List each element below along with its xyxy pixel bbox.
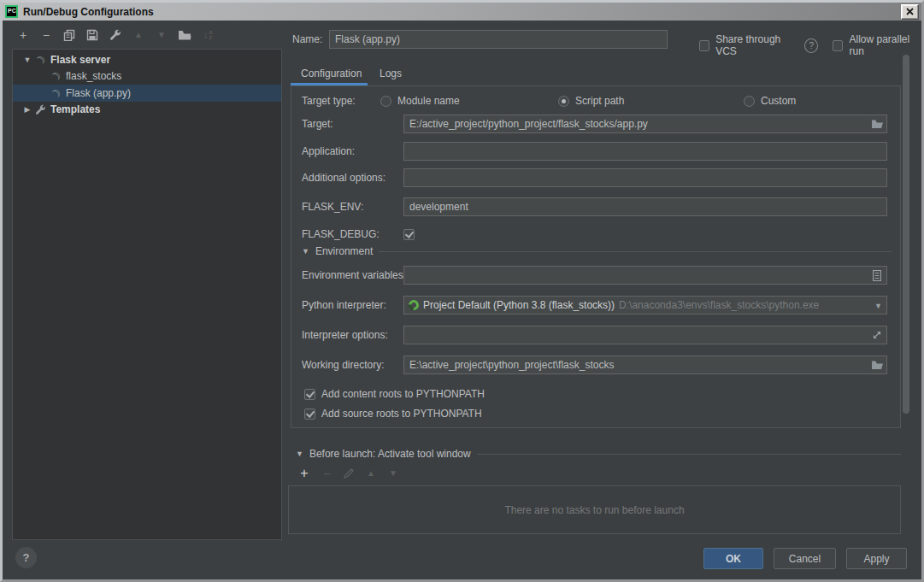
vertical-scrollbar[interactable]	[903, 55, 909, 414]
empty-tasks-message: There are no tasks to run before launch	[504, 504, 684, 516]
browse-workdir-button[interactable]	[870, 358, 884, 372]
share-vcs-row: Share through VCS ? Allow parallel run	[699, 33, 921, 57]
before-launch-title: Before launch: Activate tool window	[309, 448, 471, 460]
env-vars-label: Environment variables:	[302, 266, 406, 285]
add-content-roots-checkbox[interactable]	[304, 389, 315, 400]
wrench-icon	[109, 29, 121, 41]
move-task-up-button[interactable]: ▲	[364, 467, 378, 480]
folder-icon	[871, 119, 884, 129]
flask-icon: ☾	[46, 67, 65, 85]
share-vcs-label: Share through VCS	[715, 33, 797, 57]
radio-icon	[380, 96, 391, 107]
python-interpreter-combo[interactable]: Project Default (Python 3.8 (flask_stock…	[403, 296, 887, 315]
radio-custom[interactable]: Custom	[744, 91, 796, 110]
flask-icon: ☾	[31, 50, 50, 69]
tree-item-label: flask_stocks	[66, 70, 121, 82]
interpreter-name: Project Default (Python 3.8 (flask_stock…	[423, 299, 615, 311]
working-directory-input[interactable]	[403, 356, 887, 374]
cancel-button[interactable]: Cancel	[774, 548, 836, 569]
application-label: Application:	[302, 142, 355, 161]
name-input[interactable]	[329, 30, 668, 49]
tree-item-flask-stocks[interactable]: ☾ flask_stocks	[13, 68, 281, 85]
pencil-icon	[344, 468, 354, 479]
expand-field-button[interactable]	[870, 328, 884, 342]
add-configuration-button[interactable]: +	[16, 28, 30, 42]
share-vcs-checkbox[interactable]	[699, 40, 709, 51]
environment-section-header[interactable]: ▼ Environment	[302, 245, 892, 257]
edit-defaults-button[interactable]	[109, 28, 122, 42]
minus-icon: −	[43, 29, 50, 41]
minus-icon: −	[323, 467, 330, 479]
pycharm-app-icon: PC	[5, 5, 18, 18]
edit-task-button[interactable]	[342, 467, 356, 480]
browse-target-button[interactable]	[870, 117, 884, 131]
title-bar: PC Run/Debug Configurations	[3, 3, 921, 21]
tab-configuration[interactable]: Configuration	[301, 64, 362, 83]
remove-configuration-button[interactable]: −	[39, 28, 53, 42]
copy-configuration-button[interactable]	[62, 28, 76, 42]
move-up-icon: ▲	[367, 469, 375, 478]
allow-parallel-checkbox[interactable]	[833, 40, 843, 51]
interpreter-options-label: Interpreter options:	[302, 326, 388, 344]
help-button[interactable]: ?	[15, 547, 37, 568]
move-task-down-button[interactable]: ▼	[386, 467, 400, 480]
sort-az-icon: ↓ az	[203, 30, 213, 40]
conda-env-icon	[407, 298, 421, 313]
add-task-button[interactable]: +	[297, 467, 311, 480]
save-icon	[86, 29, 98, 41]
add-source-roots-checkbox[interactable]	[304, 409, 315, 420]
collapse-arrow-icon: ▼	[296, 450, 303, 458]
application-input[interactable]	[403, 142, 887, 161]
tree-item-flask-app-py[interactable]: ☾ Flask (app.py)	[13, 85, 281, 102]
before-launch-toolbar: + − ▲ ▼	[297, 467, 400, 480]
new-folder-icon	[178, 29, 191, 41]
run-debug-configurations-dialog: PC Run/Debug Configurations + −	[0, 0, 924, 582]
collapse-arrow-icon: ▼	[302, 247, 309, 256]
additional-options-input[interactable]	[403, 168, 887, 187]
before-launch-header[interactable]: ▼ Before launch: Activate tool window	[296, 448, 901, 460]
flask-debug-checkbox[interactable]	[403, 229, 415, 240]
tree-toolbar: + − ▲ ▼	[16, 27, 215, 43]
working-directory-label: Working directory:	[302, 356, 384, 374]
new-folder-button[interactable]	[178, 28, 191, 42]
move-down-button[interactable]: ▼	[155, 28, 168, 42]
flask-env-label: FLASK_ENV:	[302, 197, 363, 216]
env-vars-input[interactable]	[403, 266, 887, 285]
name-label: Name:	[292, 30, 322, 49]
remove-task-button[interactable]: −	[320, 467, 333, 480]
add-source-roots-row[interactable]: Add source roots to PYTHONPATH	[304, 406, 482, 421]
expand-icon	[872, 330, 882, 340]
move-down-icon: ▼	[389, 469, 397, 478]
ok-button[interactable]: OK	[703, 548, 763, 569]
collapsed-arrow-icon[interactable]: ▶	[21, 105, 33, 114]
target-label: Target:	[302, 115, 333, 133]
window-title: Run/Debug Configurations	[23, 6, 154, 18]
additional-options-label: Additional options:	[302, 168, 385, 187]
target-type-label: Target type:	[302, 91, 356, 110]
radio-module-name[interactable]: Module name	[380, 91, 460, 110]
tree-item-flask-server[interactable]: ▼ ☾ Flask server	[13, 51, 281, 68]
flask-debug-label: FLASK_DEBUG:	[302, 225, 380, 244]
tab-logs[interactable]: Logs	[380, 64, 402, 83]
interpreter-options-input[interactable]	[403, 326, 887, 344]
plus-icon: +	[20, 29, 26, 41]
add-content-roots-row[interactable]: Add content roots to PYTHONPATH	[304, 386, 485, 402]
radio-script-path[interactable]: Script path	[558, 91, 624, 110]
dropdown-arrow-icon: ▼	[874, 302, 882, 310]
list-icon	[873, 270, 881, 281]
close-button[interactable]	[901, 4, 919, 20]
target-input[interactable]	[403, 115, 887, 133]
allow-parallel-label: Allow parallel run	[849, 33, 921, 57]
tree-item-templates[interactable]: ▶ Templates	[13, 101, 281, 118]
configuration-panel: Target type: Module name Script path Cus…	[291, 85, 901, 428]
env-vars-browse-button[interactable]	[870, 268, 884, 282]
help-icon: ?	[23, 551, 30, 564]
apply-button[interactable]: Apply	[846, 548, 907, 569]
move-up-button[interactable]: ▲	[132, 28, 145, 42]
before-launch-tasks-list: There are no tasks to run before launch	[288, 485, 901, 534]
save-configuration-button[interactable]	[85, 28, 99, 42]
folder-icon	[871, 360, 884, 370]
vcs-help-icon[interactable]: ?	[804, 38, 818, 53]
flask-env-input[interactable]	[403, 197, 887, 216]
sort-configurations-button[interactable]: ↓ az	[201, 28, 215, 42]
